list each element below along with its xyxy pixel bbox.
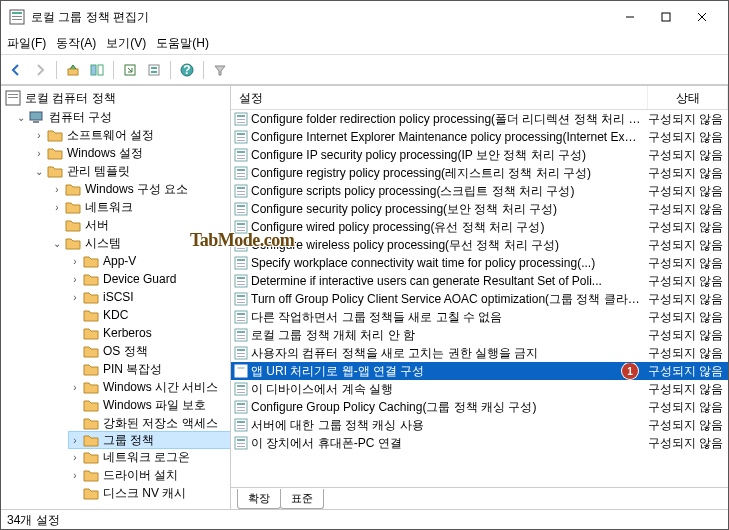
svg-rect-45 [237,212,245,213]
menu-action[interactable]: 동작(A) [56,35,96,52]
tree-item-kdc[interactable]: KDC [69,306,230,324]
folder-icon [65,235,81,251]
setting-label: 로컬 그룹 정책 개체 처리 안 함 [251,327,648,344]
expand-icon[interactable]: › [33,129,45,141]
tree-item-driver-install[interactable]: ›드라이버 설치 [69,466,230,484]
maximize-button[interactable] [648,3,684,31]
tree-item[interactable]: ›Windows 구성 요소 [51,180,230,198]
list-body[interactable]: Configure folder redirection policy proc… [231,110,728,487]
tree-item-windows-file-protection[interactable]: Windows 파일 보호 [69,396,230,414]
tree-item-pin-complexity[interactable]: PIN 복잡성 [69,360,230,378]
svg-rect-20 [30,112,42,120]
up-button[interactable] [62,59,84,81]
tree-item-group-policy[interactable]: ›그룹 정책 [68,431,231,449]
list-row[interactable]: Configure registry policy processing(레지스… [231,164,728,182]
list-row[interactable]: Determine if interactive users can gener… [231,272,728,290]
svg-rect-72 [237,335,245,336]
menu-file[interactable]: 파일(F) [7,35,46,52]
list-row[interactable]: Specify workplace connectivity wait time… [231,254,728,272]
folder-icon [83,485,99,501]
close-button[interactable] [684,3,720,31]
collapse-icon[interactable]: ⌄ [51,237,63,249]
list-row[interactable]: Configure security policy processing(보안 … [231,200,728,218]
policy-icon [5,90,21,106]
tree-item-iscsi[interactable]: ›iSCSI [69,288,230,306]
tree-item-kerberos[interactable]: Kerberos [69,324,230,342]
list-row[interactable]: 이 장치에서 휴대폰-PC 연결구성되지 않음 [231,434,728,452]
expand-icon[interactable]: › [69,451,81,463]
back-button[interactable] [5,59,27,81]
list-row[interactable]: Configure wired policy processing(유선 정책 … [231,218,728,236]
svg-rect-31 [237,151,245,153]
svg-rect-88 [237,407,245,408]
state-label: 구성되지 않음 [648,363,728,380]
tab-extended[interactable]: 확장 [237,489,281,509]
show-hide-tree-button[interactable] [86,59,108,81]
list-row[interactable]: Configure folder redirection policy proc… [231,110,728,128]
menu-help[interactable]: 도움말(H) [156,35,209,52]
setting-label: Configure folder redirection policy proc… [251,111,648,128]
svg-rect-53 [237,248,245,249]
expand-icon[interactable]: › [51,183,63,195]
tree-item-truncated[interactable]: 디스크 NV 캐시 [69,484,230,502]
list-row[interactable]: 사용자의 컴퓨터 정책을 새로 고치는 권한 실행을 금지구성되지 않음 [231,344,728,362]
tree-item[interactable]: ›소프트웨어 설정 [33,126,230,144]
help-button[interactable]: ? [176,59,198,81]
expand-icon[interactable]: › [69,381,81,393]
tree-item-device-guard[interactable]: ›Device Guard [69,270,230,288]
tree-item[interactable]: 서버 [51,216,230,234]
list-row[interactable]: 이 디바이스에서 계속 실행구성되지 않음 [231,380,728,398]
svg-rect-55 [237,259,245,261]
column-setting[interactable]: 설정 [231,86,648,109]
tab-standard[interactable]: 표준 [280,489,324,509]
expand-icon[interactable]: › [33,147,45,159]
tree-item[interactable]: ›네트워크 [51,198,230,216]
refresh-button[interactable] [143,59,165,81]
list-row[interactable]: Turn off Group Policy Client Service AOA… [231,290,728,308]
expand-icon[interactable]: › [69,273,81,285]
tree-root[interactable]: 로컬 컴퓨터 정책 [1,88,230,108]
expand-icon[interactable]: › [69,469,81,481]
tree-label: 디스크 NV 캐시 [103,485,186,502]
svg-rect-47 [237,223,245,225]
setting-icon [231,148,251,162]
svg-rect-97 [237,446,245,447]
list-row[interactable]: Configure Internet Explorer Maintenance … [231,128,728,146]
svg-rect-91 [237,421,245,423]
svg-rect-18 [8,94,18,95]
minimize-button[interactable] [612,3,648,31]
expand-icon[interactable]: › [51,201,63,213]
expand-icon[interactable]: › [69,434,81,446]
list-row[interactable]: 서버에 대한 그룹 정책 캐싱 사용구성되지 않음 [231,416,728,434]
expand-icon[interactable]: › [69,291,81,303]
tree-item-appv[interactable]: ›App-V [69,252,230,270]
column-state[interactable]: 상태 [648,86,728,109]
tree-item-enhanced-storage[interactable]: 강화된 저장소 액세스 [69,414,230,432]
list-row[interactable]: 로컬 그룹 정책 개체 처리 안 함구성되지 않음 [231,326,728,344]
filter-button[interactable] [209,59,231,81]
tree-item[interactable]: ›Windows 설정 [33,144,230,162]
list-row[interactable]: 앱 URI 처리기로 웹-앱 연결 구성1구성되지 않음 [231,362,728,380]
list-row[interactable]: Configure IP security policy processing(… [231,146,728,164]
tree-label: 컴퓨터 구성 [49,109,112,126]
svg-rect-57 [237,266,245,267]
export-button[interactable] [119,59,141,81]
menu-view[interactable]: 보기(V) [106,35,146,52]
tree-item-os-policies[interactable]: OS 정책 [69,342,230,360]
status-text: 34개 설정 [7,513,60,527]
tree-item-system[interactable]: ⌄시스템 [51,234,230,252]
list-row[interactable]: Configure wireless policy processing(무선 … [231,236,728,254]
list-row[interactable]: Configure scripts policy processing(스크립트… [231,182,728,200]
list-row[interactable]: Configure Group Policy Caching(그룹 정책 캐싱 … [231,398,728,416]
expand-icon[interactable]: › [69,255,81,267]
list-row[interactable]: 다른 작업하면서 그룹 정책들 새로 고칠 수 없음구성되지 않음 [231,308,728,326]
tree-item-admin-templates[interactable]: ⌄관리 템플릿 [33,162,230,180]
svg-rect-67 [237,313,245,315]
tree-pane[interactable]: 로컬 컴퓨터 정책 ⌄ 컴퓨터 구성 ›소프트웨어 설정 ›Windows 설정… [1,86,231,509]
svg-rect-83 [237,385,245,387]
tree-item-net-logon[interactable]: ›네트워크 로그온 [69,448,230,466]
collapse-icon[interactable]: ⌄ [33,165,45,177]
collapse-icon[interactable]: ⌄ [15,111,27,123]
tree-item-windows-time-service[interactable]: ›Windows 시간 서비스 [69,378,230,396]
tree-item-computer-config[interactable]: ⌄ 컴퓨터 구성 [15,108,230,126]
